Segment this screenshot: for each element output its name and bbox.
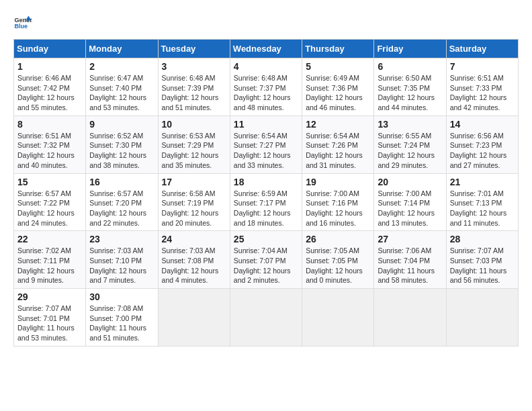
day-number: 7 <box>450 61 515 72</box>
calendar-cell: 13Sunrise: 6:55 AM Sunset: 7:24 PM Dayli… <box>374 116 446 173</box>
logo: General Blue <box>13 13 32 32</box>
week-row-5: 29Sunrise: 7:07 AM Sunset: 7:01 PM Dayli… <box>14 289 519 347</box>
calendar-cell: 1Sunrise: 6:46 AM Sunset: 7:42 PM Daylig… <box>14 58 86 116</box>
day-info: Sunrise: 6:46 AM Sunset: 7:42 PM Dayligh… <box>17 73 82 113</box>
calendar-cell: 16Sunrise: 6:57 AM Sunset: 7:20 PM Dayli… <box>86 173 158 231</box>
day-number: 27 <box>378 234 442 244</box>
day-number: 1 <box>17 61 82 72</box>
day-number: 3 <box>162 61 226 72</box>
day-number: 10 <box>162 119 226 130</box>
day-number: 25 <box>234 234 298 244</box>
calendar-cell: 12Sunrise: 6:54 AM Sunset: 7:26 PM Dayli… <box>302 116 374 173</box>
day-number: 21 <box>450 177 515 187</box>
day-number: 13 <box>378 119 442 130</box>
column-header-saturday: Saturday <box>446 40 518 58</box>
column-header-wednesday: Wednesday <box>230 40 302 58</box>
day-number: 19 <box>306 177 370 187</box>
day-info: Sunrise: 7:05 AM Sunset: 7:05 PM Dayligh… <box>306 246 370 285</box>
day-info: Sunrise: 7:00 AM Sunset: 7:14 PM Dayligh… <box>378 189 442 228</box>
day-info: Sunrise: 6:58 AM Sunset: 7:19 PM Dayligh… <box>162 189 226 228</box>
day-number: 24 <box>162 234 226 244</box>
day-number: 11 <box>234 119 298 130</box>
calendar-cell: 22Sunrise: 7:02 AM Sunset: 7:11 PM Dayli… <box>14 231 86 289</box>
day-info: Sunrise: 7:03 AM Sunset: 7:08 PM Dayligh… <box>162 246 226 285</box>
day-info: Sunrise: 6:51 AM Sunset: 7:33 PM Dayligh… <box>450 73 515 113</box>
calendar-cell: 26Sunrise: 7:05 AM Sunset: 7:05 PM Dayli… <box>302 231 374 289</box>
calendar-cell: 21Sunrise: 7:01 AM Sunset: 7:13 PM Dayli… <box>446 173 518 231</box>
calendar-cell: 23Sunrise: 7:03 AM Sunset: 7:10 PM Dayli… <box>86 231 158 289</box>
calendar-cell: 6Sunrise: 6:50 AM Sunset: 7:35 PM Daylig… <box>374 58 446 116</box>
day-info: Sunrise: 7:08 AM Sunset: 7:00 PM Dayligh… <box>89 304 154 343</box>
calendar-cell: 3Sunrise: 6:48 AM Sunset: 7:39 PM Daylig… <box>158 58 230 116</box>
calendar-cell: 9Sunrise: 6:52 AM Sunset: 7:30 PM Daylig… <box>86 116 158 173</box>
day-info: Sunrise: 6:57 AM Sunset: 7:22 PM Dayligh… <box>17 189 82 228</box>
calendar-table: SundayMondayTuesdayWednesdayThursdayFrid… <box>13 39 519 347</box>
calendar-cell: 30Sunrise: 7:08 AM Sunset: 7:00 PM Dayli… <box>86 289 158 347</box>
day-info: Sunrise: 6:59 AM Sunset: 7:17 PM Dayligh… <box>234 189 298 228</box>
column-header-friday: Friday <box>374 40 446 58</box>
svg-text:Blue: Blue <box>14 23 28 30</box>
day-info: Sunrise: 7:01 AM Sunset: 7:13 PM Dayligh… <box>450 189 515 228</box>
calendar-cell <box>374 289 446 347</box>
day-number: 15 <box>17 177 82 187</box>
calendar-cell <box>446 289 518 347</box>
day-number: 29 <box>17 291 82 302</box>
day-number: 23 <box>89 234 154 244</box>
day-info: Sunrise: 7:00 AM Sunset: 7:16 PM Dayligh… <box>306 189 370 228</box>
week-row-3: 15Sunrise: 6:57 AM Sunset: 7:22 PM Dayli… <box>14 173 519 231</box>
day-number: 4 <box>234 61 298 72</box>
day-info: Sunrise: 6:55 AM Sunset: 7:24 PM Dayligh… <box>378 131 442 171</box>
day-info: Sunrise: 6:57 AM Sunset: 7:20 PM Dayligh… <box>89 189 154 228</box>
day-info: Sunrise: 6:48 AM Sunset: 7:37 PM Dayligh… <box>234 73 298 113</box>
calendar-cell: 29Sunrise: 7:07 AM Sunset: 7:01 PM Dayli… <box>14 289 86 347</box>
day-info: Sunrise: 7:06 AM Sunset: 7:04 PM Dayligh… <box>378 246 442 285</box>
calendar-cell: 28Sunrise: 7:07 AM Sunset: 7:03 PM Dayli… <box>446 231 518 289</box>
day-info: Sunrise: 6:47 AM Sunset: 7:40 PM Dayligh… <box>89 73 154 113</box>
day-number: 17 <box>162 177 226 187</box>
day-info: Sunrise: 6:53 AM Sunset: 7:29 PM Dayligh… <box>162 131 226 171</box>
week-row-1: 1Sunrise: 6:46 AM Sunset: 7:42 PM Daylig… <box>14 58 519 116</box>
week-row-4: 22Sunrise: 7:02 AM Sunset: 7:11 PM Dayli… <box>14 231 519 289</box>
calendar-cell <box>302 289 374 347</box>
day-info: Sunrise: 7:03 AM Sunset: 7:10 PM Dayligh… <box>89 246 154 285</box>
day-number: 18 <box>234 177 298 187</box>
day-info: Sunrise: 6:51 AM Sunset: 7:32 PM Dayligh… <box>17 131 82 171</box>
day-number: 12 <box>306 119 370 130</box>
day-number: 5 <box>306 61 370 72</box>
week-row-2: 8Sunrise: 6:51 AM Sunset: 7:32 PM Daylig… <box>14 116 519 173</box>
calendar-cell <box>158 289 230 347</box>
page-header: General Blue <box>13 13 519 32</box>
day-number: 20 <box>378 177 442 187</box>
day-info: Sunrise: 6:56 AM Sunset: 7:23 PM Dayligh… <box>450 131 515 171</box>
day-number: 14 <box>450 119 515 130</box>
calendar-header-row: SundayMondayTuesdayWednesdayThursdayFrid… <box>14 40 519 58</box>
calendar-cell: 24Sunrise: 7:03 AM Sunset: 7:08 PM Dayli… <box>158 231 230 289</box>
calendar-cell: 20Sunrise: 7:00 AM Sunset: 7:14 PM Dayli… <box>374 173 446 231</box>
day-info: Sunrise: 7:07 AM Sunset: 7:03 PM Dayligh… <box>450 246 515 285</box>
calendar-cell: 5Sunrise: 6:49 AM Sunset: 7:36 PM Daylig… <box>302 58 374 116</box>
day-info: Sunrise: 6:52 AM Sunset: 7:30 PM Dayligh… <box>89 131 154 171</box>
day-info: Sunrise: 6:54 AM Sunset: 7:27 PM Dayligh… <box>234 131 298 171</box>
calendar-cell: 10Sunrise: 6:53 AM Sunset: 7:29 PM Dayli… <box>158 116 230 173</box>
calendar-cell: 18Sunrise: 6:59 AM Sunset: 7:17 PM Dayli… <box>230 173 302 231</box>
calendar-cell: 11Sunrise: 6:54 AM Sunset: 7:27 PM Dayli… <box>230 116 302 173</box>
day-number: 30 <box>89 291 154 302</box>
calendar-cell: 19Sunrise: 7:00 AM Sunset: 7:16 PM Dayli… <box>302 173 374 231</box>
day-info: Sunrise: 6:48 AM Sunset: 7:39 PM Dayligh… <box>162 73 226 113</box>
calendar-cell: 27Sunrise: 7:06 AM Sunset: 7:04 PM Dayli… <box>374 231 446 289</box>
calendar-cell: 14Sunrise: 6:56 AM Sunset: 7:23 PM Dayli… <box>446 116 518 173</box>
day-info: Sunrise: 6:54 AM Sunset: 7:26 PM Dayligh… <box>306 131 370 171</box>
day-info: Sunrise: 7:07 AM Sunset: 7:01 PM Dayligh… <box>17 304 82 343</box>
day-info: Sunrise: 6:49 AM Sunset: 7:36 PM Dayligh… <box>306 73 370 113</box>
calendar-cell: 2Sunrise: 6:47 AM Sunset: 7:40 PM Daylig… <box>86 58 158 116</box>
day-number: 28 <box>450 234 515 244</box>
calendar-cell: 25Sunrise: 7:04 AM Sunset: 7:07 PM Dayli… <box>230 231 302 289</box>
calendar-cell: 4Sunrise: 6:48 AM Sunset: 7:37 PM Daylig… <box>230 58 302 116</box>
day-number: 9 <box>89 119 154 130</box>
day-number: 26 <box>306 234 370 244</box>
day-number: 6 <box>378 61 442 72</box>
day-number: 8 <box>17 119 82 130</box>
day-number: 16 <box>89 177 154 187</box>
column-header-sunday: Sunday <box>14 40 86 58</box>
day-info: Sunrise: 7:02 AM Sunset: 7:11 PM Dayligh… <box>17 246 82 285</box>
